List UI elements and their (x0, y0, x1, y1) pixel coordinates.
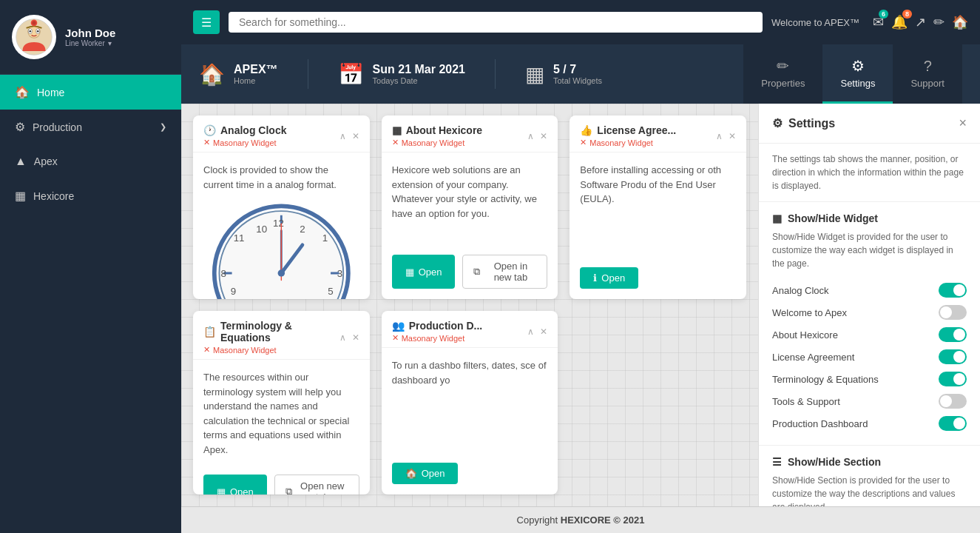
tab-label: Settings (840, 78, 875, 89)
section-desc: Show/Hide Section is provided for the us… (772, 474, 967, 506)
home-top-icon-btn[interactable]: 🏠 (952, 14, 968, 30)
svg-point-6 (37, 30, 39, 33)
tab-support[interactable]: ? Support (893, 44, 962, 104)
tab-strip: ✏ Properties ⚙ Settings ? Support (743, 44, 962, 104)
menu-button[interactable]: ☰ (193, 10, 220, 34)
toggle-row: Production Dashboard (772, 412, 967, 435)
open-button[interactable]: ▦ Open (392, 255, 456, 289)
widget-title: 👥 Production D... (392, 320, 483, 332)
minimize-icon[interactable]: ∧ (339, 131, 346, 141)
toggle-row: Analog Clock (772, 279, 967, 301)
hexicore-widget-icon: ▦ (392, 124, 402, 136)
minimize-icon[interactable]: ∧ (716, 131, 723, 141)
widgets-stat-info: 5 / 7 Total Widgets (553, 63, 602, 85)
close-icon[interactable]: ✕ (352, 332, 359, 343)
properties-icon: ✏ (777, 57, 789, 75)
sidebar-item-hexicore[interactable]: ▦ Hexicore (0, 178, 181, 213)
main-wrapper: ☰ Welcome to APEX™ ✉ 6 🔔 8 ↗ ✏ 🏠 🏠 APEX™… (181, 0, 980, 533)
settings-close-button[interactable]: × (959, 115, 967, 131)
close-icon[interactable]: ✕ (352, 131, 359, 141)
toggle-production-dashboard[interactable] (939, 416, 967, 431)
sidebar-item-home[interactable]: 🏠 Home (0, 75, 181, 110)
app-stat-info: APEX™ Home (234, 63, 278, 85)
avatar (12, 15, 56, 59)
user-name: John Doe (65, 27, 115, 39)
open-icon: ▦ (405, 266, 414, 278)
close-icon[interactable]: ✕ (540, 326, 547, 337)
open-button[interactable]: ▦ Open (203, 475, 267, 495)
toggle-label: Terminology & Equations (772, 374, 879, 385)
bell-icon-btn[interactable]: 🔔 8 (891, 14, 908, 30)
widget-controls: ∧ ✕ (339, 131, 359, 141)
share-icon-btn[interactable]: ↗ (915, 14, 926, 30)
mail-icon-btn[interactable]: ✉ 6 (873, 14, 884, 30)
section-title: ☰ Show/Hide Section (772, 456, 967, 468)
toggle-terminology[interactable] (939, 372, 967, 386)
open-new-tab-button[interactable]: ⧉ Open new tab (274, 475, 359, 495)
toggle-row: About Hexicore (772, 324, 967, 346)
widget-subtitle: ✕ Masonary Widget (392, 333, 483, 343)
topbar: ☰ Welcome to APEX™ ✉ 6 🔔 8 ↗ ✏ 🏠 (181, 0, 980, 44)
svg-text:5: 5 (328, 286, 333, 297)
close-icon[interactable]: ✕ (540, 131, 547, 141)
widgets-icon: ▦ (525, 62, 544, 87)
sidebar: John Doe Line Worker ▾ 🏠 Home ⚙ Producti… (0, 0, 181, 533)
toggle-license-agreement[interactable] (939, 349, 967, 364)
widget-controls: ∧ ✕ (527, 131, 547, 141)
widget-title-area: 📋 Terminology & Equations ✕ Masonary Wid… (203, 320, 339, 355)
widget-description: Before installing accessing or oth Softw… (580, 163, 736, 207)
svg-text:9: 9 (231, 286, 236, 297)
close-icon[interactable]: ✕ (729, 131, 736, 141)
stats-bar: 🏠 APEX™ Home 📅 Sun 21 Mar 2021 Todays Da… (181, 44, 980, 104)
open-new-tab-button[interactable]: ⧉ Open in new tab (462, 255, 547, 289)
app-name: APEX™ (234, 63, 278, 76)
minimize-icon[interactable]: ∧ (527, 131, 534, 141)
sidebar-item-label: Hexicore (33, 190, 74, 202)
widget-about-hexicore: ▦ About Hexicore ✕ Masonary Widget ∧ ✕ (382, 115, 558, 299)
content-footer-wrapper: 🕐 Analog Clock ✕ Masonary Widget ∧ ✕ (181, 104, 980, 533)
app-stat: 🏠 APEX™ Home (199, 62, 278, 87)
tab-properties[interactable]: ✏ Properties (743, 44, 822, 104)
show-hide-widget-section: ▦ Show/Hide Widget Show/Hide Widget is p… (759, 202, 980, 446)
toggle-row: Terminology & Equations (772, 368, 967, 390)
widget-header: 📋 Terminology & Equations ✕ Masonary Wid… (193, 311, 370, 360)
sidebar-item-label: Production (33, 121, 82, 133)
sidebar-item-label: Apex (34, 155, 58, 167)
support-icon: ? (924, 58, 932, 75)
date-value: Sun 21 Mar 2021 (373, 63, 465, 76)
date-stat-info: Sun 21 Mar 2021 Todays Date (373, 63, 465, 85)
footer: Copyright HEXICORE © 2021 (181, 506, 980, 533)
widget-footer: 🏠 Open (382, 455, 558, 495)
widget-analog-clock: 🕐 Analog Clock ✕ Masonary Widget ∧ ✕ (193, 115, 370, 299)
open-button[interactable]: 🏠 Open (392, 463, 459, 484)
toggle-welcome-apex[interactable] (939, 305, 967, 320)
sidebar-item-label: Home (37, 87, 64, 98)
minimize-icon[interactable]: ∧ (339, 332, 346, 343)
sidebar-item-apex[interactable]: ▲ Apex (0, 144, 181, 178)
production-icon: ⚙ (15, 120, 25, 134)
toggle-about-hexicore[interactable] (939, 327, 967, 342)
widget-grid: 🕐 Analog Clock ✕ Masonary Widget ∧ ✕ (181, 104, 758, 506)
open-button[interactable]: ℹ Open (580, 267, 638, 289)
widget-title: 🕐 Analog Clock (203, 124, 286, 136)
toggle-analog-clock[interactable] (939, 283, 967, 298)
x-icon: ✕ (580, 138, 587, 147)
widget-footer: ℹ Open (570, 260, 746, 299)
toggle-tools-support[interactable] (939, 394, 967, 409)
widget-title: 👍 License Agree... (580, 124, 676, 136)
widget-title-area: 👥 Production D... ✕ Masonary Widget (392, 320, 483, 343)
settings-icon: ⚙ (851, 57, 865, 75)
svg-text:2: 2 (300, 224, 305, 235)
edit-icon-btn[interactable]: ✏ (933, 14, 944, 30)
search-input[interactable] (229, 12, 763, 33)
copyright-text: Copyright (517, 514, 558, 526)
alert-badge: 8 (902, 10, 912, 19)
tab-settings[interactable]: ⚙ Settings (822, 44, 893, 104)
sidebar-item-production[interactable]: ⚙ Production ❯ (0, 110, 181, 144)
toggle-row: Tools & Support (772, 390, 967, 412)
widget-description: To run a dashbo filters, dates, sce of d… (392, 358, 548, 387)
minimize-icon[interactable]: ∧ (527, 326, 534, 337)
divider-2 (495, 59, 496, 89)
toggle-label: Tools & Support (772, 396, 840, 407)
x-icon: ✕ (392, 138, 399, 147)
